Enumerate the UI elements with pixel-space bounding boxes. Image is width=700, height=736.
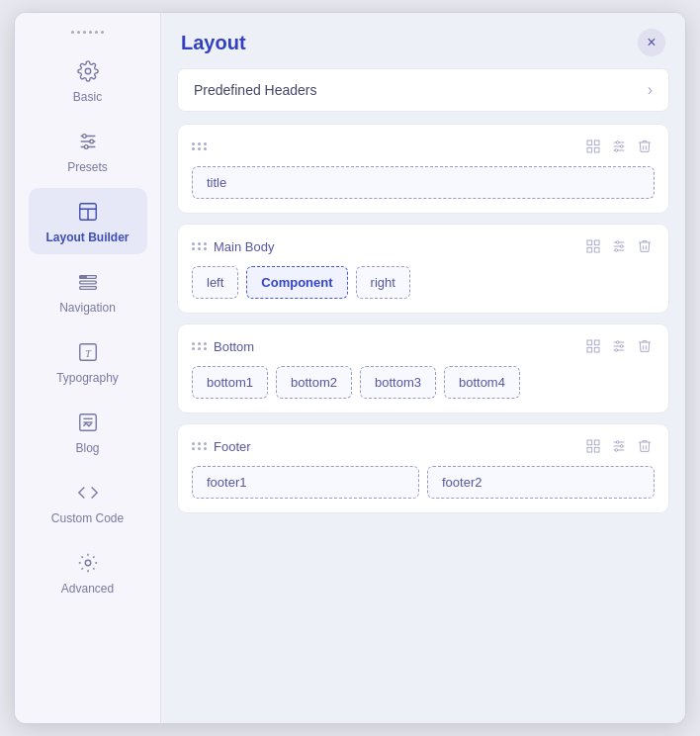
section-columns-footer: footer1 footer2 xyxy=(192,466,655,499)
drag-dots-footer xyxy=(192,442,208,450)
section-card-title: title xyxy=(177,124,669,214)
sidebar-item-advanced[interactable]: Advanced xyxy=(29,539,147,605)
section-actions-footer xyxy=(583,436,655,456)
sidebar-item-basic[interactable]: Basic xyxy=(29,47,147,114)
sidebar-item-navigation-label: Navigation xyxy=(59,301,116,315)
section-actions-main-body xyxy=(583,236,655,256)
svg-point-59 xyxy=(615,449,618,452)
svg-point-49 xyxy=(615,349,618,352)
svg-rect-31 xyxy=(594,240,599,245)
settings-button-footer[interactable] xyxy=(609,436,629,456)
svg-rect-40 xyxy=(587,340,592,345)
svg-rect-22 xyxy=(587,147,592,152)
svg-rect-41 xyxy=(594,340,599,345)
section-actions-title xyxy=(583,137,655,156)
settings-button-title[interactable] xyxy=(609,137,629,156)
svg-point-27 xyxy=(616,141,619,144)
svg-rect-12 xyxy=(79,287,96,290)
gear-icon xyxy=(74,57,102,85)
svg-rect-32 xyxy=(587,247,592,252)
app-container: Basic Presets Layout Builder xyxy=(14,12,686,724)
blog-icon xyxy=(74,409,102,436)
svg-point-38 xyxy=(620,245,623,248)
delete-button-bottom[interactable] xyxy=(635,336,655,356)
column-left[interactable]: left xyxy=(192,266,238,299)
sidebar-item-layout-builder[interactable]: Layout Builder xyxy=(29,188,147,254)
sections-area: title Main Body xyxy=(161,124,685,723)
svg-rect-51 xyxy=(594,440,599,445)
sidebar-item-presets[interactable]: Presets xyxy=(29,118,147,184)
close-button[interactable]: × xyxy=(638,29,665,56)
svg-point-4 xyxy=(82,135,86,138)
section-drag-handle-footer[interactable]: Footer xyxy=(192,439,251,454)
column-component[interactable]: Component xyxy=(246,266,347,299)
svg-rect-53 xyxy=(594,447,599,452)
section-columns-title: title xyxy=(192,166,655,199)
svg-point-5 xyxy=(89,139,93,143)
panel-title: Layout xyxy=(181,32,246,54)
svg-rect-13 xyxy=(79,276,85,279)
sidebar-item-blog[interactable]: Blog xyxy=(29,399,147,465)
settings-button-main-body[interactable] xyxy=(609,236,629,256)
svg-rect-11 xyxy=(79,281,96,284)
sidebar-drag-handle xyxy=(71,25,104,44)
predefined-headers-row[interactable]: Predefined Headers › xyxy=(177,68,669,112)
svg-rect-42 xyxy=(587,347,592,352)
grid-button-footer[interactable] xyxy=(583,436,603,456)
section-drag-handle-bottom[interactable]: Bottom xyxy=(192,339,254,354)
section-card-bottom: Bottom xyxy=(177,323,669,414)
svg-point-19 xyxy=(85,560,91,566)
svg-rect-21 xyxy=(594,140,599,145)
svg-point-29 xyxy=(615,149,618,152)
sidebar-item-navigation[interactable]: Navigation xyxy=(29,258,147,324)
section-columns-main-body: left Component right xyxy=(192,266,655,299)
svg-rect-20 xyxy=(587,140,592,145)
column-bottom1[interactable]: bottom1 xyxy=(192,366,268,399)
section-header-bottom: Bottom xyxy=(192,336,655,356)
section-columns-bottom: bottom1 bottom2 bottom3 bottom4 xyxy=(192,366,655,399)
grid-button-bottom[interactable] xyxy=(583,336,603,356)
code-icon xyxy=(74,479,102,506)
section-card-footer: Footer xyxy=(177,423,669,513)
delete-button-title[interactable] xyxy=(635,137,655,156)
sidebar-item-typography[interactable]: T Typography xyxy=(29,328,147,395)
svg-text:T: T xyxy=(85,348,92,359)
section-drag-handle-main-body[interactable]: Main Body xyxy=(192,239,274,254)
section-drag-handle-title[interactable] xyxy=(192,142,208,150)
column-bottom4[interactable]: bottom4 xyxy=(444,366,520,399)
delete-button-main-body[interactable] xyxy=(635,236,655,256)
column-bottom3[interactable]: bottom3 xyxy=(360,366,436,399)
drag-dots-bottom xyxy=(192,342,208,350)
advanced-icon xyxy=(74,549,102,577)
svg-rect-33 xyxy=(594,247,599,252)
delete-button-footer[interactable] xyxy=(635,436,655,456)
settings-button-bottom[interactable] xyxy=(609,336,629,356)
column-title[interactable]: title xyxy=(192,166,655,199)
sidebar-item-typography-label: Typography xyxy=(56,371,119,385)
svg-point-28 xyxy=(620,145,623,148)
grid-button-title[interactable] xyxy=(583,137,603,156)
svg-point-58 xyxy=(620,445,623,448)
drag-dots-title xyxy=(192,142,208,150)
navigation-icon xyxy=(74,268,102,296)
svg-rect-52 xyxy=(587,447,592,452)
typography-icon: T xyxy=(74,338,102,366)
column-bottom2[interactable]: bottom2 xyxy=(276,366,352,399)
grid-button-main-body[interactable] xyxy=(583,236,603,256)
column-footer1[interactable]: footer1 xyxy=(192,466,419,499)
section-header-footer: Footer xyxy=(192,436,655,456)
svg-rect-50 xyxy=(587,440,592,445)
section-name-main-body: Main Body xyxy=(214,239,274,254)
section-card-main-body: Main Body xyxy=(177,224,669,314)
sidebar-item-custom-code-label: Custom Code xyxy=(51,511,124,525)
column-footer2[interactable]: footer2 xyxy=(427,466,655,499)
sidebar-item-basic-label: Basic xyxy=(73,90,102,104)
sidebar-item-custom-code[interactable]: Custom Code xyxy=(29,469,147,535)
column-right[interactable]: right xyxy=(356,266,410,299)
predefined-headers-label: Predefined Headers xyxy=(194,82,317,98)
svg-rect-30 xyxy=(587,240,592,245)
layout-icon xyxy=(74,198,102,226)
section-header-title xyxy=(192,137,655,156)
sliders-icon xyxy=(74,128,102,155)
svg-point-48 xyxy=(620,345,623,348)
